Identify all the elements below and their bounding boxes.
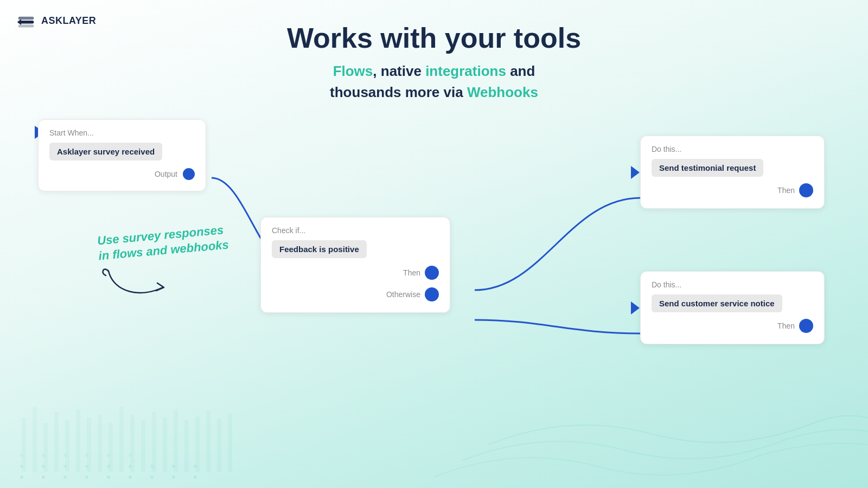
svg-point-24 [63, 454, 67, 457]
svg-point-20 [172, 465, 175, 468]
do-bottom-arrow-icon [631, 301, 640, 314]
card-start: Start When... Asklayer survey received O… [38, 119, 206, 191]
svg-point-10 [150, 476, 154, 479]
do-bottom-then-dot [799, 319, 813, 333]
do-top-arrow-icon [631, 166, 640, 179]
svg-point-11 [172, 476, 175, 479]
card-do-top-label: Do this... [652, 145, 813, 153]
card-check-tag: Feedback is positive [272, 240, 367, 258]
svg-point-14 [42, 465, 45, 468]
annotation-container: Use survey responses in flows and webhoo… [98, 228, 228, 304]
svg-point-9 [129, 476, 132, 479]
svg-rect-28 [22, 418, 26, 472]
card-start-label: Start When... [49, 129, 195, 137]
card-do-top: Do this... Send testimonial request Then [640, 136, 825, 209]
logo-text: ASKLAYER [41, 15, 96, 27]
svg-point-18 [129, 465, 132, 468]
asklayer-logo-icon [16, 11, 36, 30]
svg-point-12 [194, 476, 197, 479]
svg-point-7 [85, 476, 88, 479]
card-do-bottom-label: Do this... [652, 280, 813, 289]
card-check-label: Check if... [272, 226, 439, 235]
svg-rect-1 [18, 17, 34, 20]
annotation-text: Use survey responses in flows and webhoo… [97, 222, 229, 264]
start-output-dot [183, 168, 195, 180]
svg-point-17 [107, 465, 110, 468]
svg-point-8 [107, 476, 110, 479]
card-check-otherwise-label: Otherwise [386, 290, 420, 299]
card-do-bottom-tag: Send customer service notice [652, 294, 782, 312]
logo: ASKLAYER [16, 11, 96, 30]
card-start-output-label: Output [155, 170, 177, 178]
svg-point-22 [20, 454, 23, 457]
card-do-bottom-then-label: Then [777, 322, 795, 330]
svg-point-16 [85, 465, 88, 468]
page-subtitle: Flows, native integrations and thousands… [0, 61, 868, 103]
svg-point-4 [20, 476, 23, 479]
card-do-top-tag: Send testimonial request [652, 159, 763, 177]
card-check-then-label: Then [403, 268, 420, 277]
do-top-then-dot [799, 183, 813, 197]
svg-point-27 [129, 454, 132, 457]
svg-point-25 [85, 454, 88, 457]
svg-point-5 [42, 476, 45, 479]
check-then-dot [425, 266, 439, 280]
annotation-arrow-icon [98, 260, 174, 304]
svg-point-21 [194, 465, 197, 468]
svg-point-13 [20, 465, 23, 468]
card-do-top-then-label: Then [777, 186, 795, 195]
page-title: Works with your tools [0, 22, 868, 54]
svg-point-6 [63, 476, 67, 479]
svg-rect-2 [18, 24, 34, 27]
svg-point-23 [42, 454, 45, 457]
svg-point-15 [63, 465, 67, 468]
svg-point-19 [150, 465, 154, 468]
card-check: Check if... Feedback is positive Then Ot… [260, 217, 450, 313]
card-do-bottom: Do this... Send customer service notice … [640, 271, 825, 344]
svg-marker-3 [17, 19, 21, 25]
flow-diagram: Start When... Asklayer survey received O… [27, 108, 841, 434]
header-section: Works with your tools Flows, native inte… [0, 0, 868, 103]
card-start-tag: Asklayer survey received [49, 143, 162, 160]
svg-point-26 [107, 454, 110, 457]
check-otherwise-dot [425, 287, 439, 301]
